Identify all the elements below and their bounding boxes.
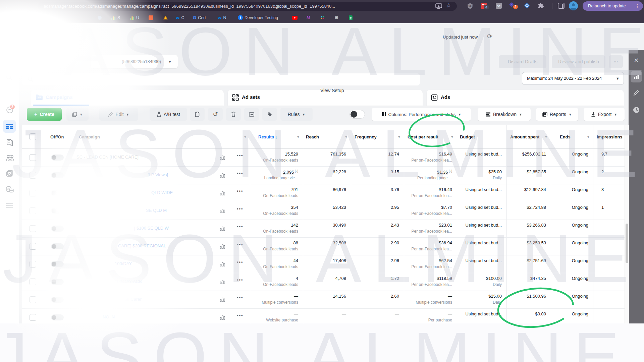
view-charts-icon[interactable]	[220, 208, 225, 215]
export-button[interactable]: Export ▼	[584, 108, 625, 121]
row-checkbox[interactable]	[30, 225, 36, 232]
bookmark-item[interactable]	[349, 12, 353, 23]
campaign-name[interactable]: | $100 SE QLD W	[134, 226, 169, 231]
pages-icon[interactable]	[6, 138, 14, 146]
row-checkbox[interactable]	[30, 190, 36, 196]
campaign-toggle[interactable]	[51, 226, 64, 232]
row-options-button[interactable]: •••	[237, 188, 244, 193]
bookmark-item[interactable]	[5, 12, 10, 23]
search-filter-bar[interactable]	[22, 73, 420, 85]
campaign-name[interactable]: 100/DAY-ACB	[115, 279, 142, 284]
row-options-button[interactable]: •••	[237, 277, 244, 282]
view-charts-icon[interactable]	[220, 297, 225, 304]
campaign-row[interactable]: SC - LEAD GEN [HOME CARE]•••15,529On-Fac…	[22, 149, 629, 167]
insights-chart-button[interactable]	[631, 71, 642, 82]
search-icon[interactable]	[6, 74, 13, 81]
duplicate-button[interactable]: ▼	[66, 108, 89, 121]
campaign-name[interactable]: [LP Views]	[148, 172, 168, 177]
row-checkbox[interactable]	[30, 261, 36, 267]
row-checkbox[interactable]	[30, 172, 36, 179]
campaign-name[interactable]: SE QLD M	[146, 208, 167, 213]
col-results[interactable]: Results ↓▼	[250, 125, 303, 148]
col-reach[interactable]: Reach▼	[303, 125, 351, 148]
breakdown-button[interactable]: Breakdown ▼	[478, 108, 531, 121]
view-charts-icon[interactable]	[220, 226, 225, 233]
view-charts-icon[interactable]	[220, 279, 225, 286]
bookmark-item[interactable]	[320, 12, 325, 23]
view-setup-toggle[interactable]	[350, 110, 365, 119]
vertical-scrollbar[interactable]	[625, 125, 629, 340]
row-options-button[interactable]: •••	[237, 295, 244, 300]
date-range-selector[interactable]: Maximum: 24 May 2022 - 22 Feb 2024 ▼	[522, 72, 624, 85]
relaunch-update-button[interactable]: Relaunch to update ⋮	[583, 1, 643, 11]
bookmark-star-icon[interactable]: ☆	[446, 2, 451, 8]
audiences-icon[interactable]	[6, 154, 14, 162]
row-options-button[interactable]: •••	[237, 153, 244, 158]
back-icon[interactable]: ←	[5, 3, 11, 9]
campaign-row[interactable]: SE QLD M•••354On-Facebook leads53,4232.9…	[22, 202, 629, 220]
review-publish-button[interactable]: Review and publish	[552, 55, 605, 68]
preview-button[interactable]	[244, 108, 259, 121]
row-checkbox[interactable]	[30, 243, 36, 250]
discard-drafts-button[interactable]: Discard Drafts	[499, 55, 546, 68]
row-checkbox[interactable]	[30, 296, 36, 303]
bookmark-item[interactable]: ∞C	[176, 12, 184, 23]
rules-button[interactable]: Rules ▼	[280, 108, 313, 121]
bookmark-item[interactable]	[163, 12, 168, 23]
row-options-button[interactable]: •••	[237, 206, 244, 211]
campaign-toggle[interactable]	[51, 208, 64, 214]
view-charts-icon[interactable]	[220, 155, 225, 162]
row-options-button[interactable]: •••	[237, 259, 244, 264]
row-options-button[interactable]: •••	[237, 224, 244, 229]
campaign-name[interactable]: SC - LEAD GEN [HOME CARE]	[76, 155, 139, 160]
campaign-name[interactable]: 100/DAY	[115, 261, 132, 266]
bookmark-item[interactable]: M	[307, 12, 310, 23]
campaign-row[interactable]: QLD WIDE•••791On-Facebook leads86,9763.7…	[22, 184, 629, 202]
campaign-name[interactable]: NO IN	[103, 314, 115, 319]
campaign-toggle[interactable]	[51, 297, 64, 303]
undo-button[interactable]: ↺	[208, 108, 223, 121]
col-frequency[interactable]: Frequency▼	[351, 125, 404, 148]
vertical-scrollbar-thumb[interactable]	[626, 224, 628, 263]
campaign-row[interactable]: 100/DAY-ACB•••4On-Facebook leads4,7081.7…	[22, 273, 629, 291]
url-bar[interactable]: adsmanager.facebook.com/adsmanager/manag…	[38, 2, 457, 11]
account-selector[interactable]: (596892255184930) ▼	[91, 55, 178, 68]
bookmark-item[interactable]	[292, 12, 298, 23]
results-cell-link[interactable]: 2,095	[283, 170, 294, 175]
columns-button[interactable]: Columns: Performance and clicks ▼	[372, 108, 471, 121]
row-checkbox[interactable]	[30, 279, 36, 285]
nav-item-campaigns[interactable]	[3, 120, 16, 133]
col-budget[interactable]: Budget	[457, 125, 506, 148]
ab-test-button[interactable]: A/B test	[150, 108, 187, 121]
paste-button[interactable]	[190, 108, 205, 121]
row-checkbox[interactable]	[30, 207, 36, 214]
campaign-row[interactable]: Special Carer•••—Multiple conversions14,…	[22, 291, 629, 309]
tag-button[interactable]	[262, 108, 277, 121]
row-options-button[interactable]: •••	[237, 242, 244, 247]
more-options-button[interactable]: ⋯	[609, 55, 623, 68]
meta-logo-icon[interactable]: ∞	[4, 59, 11, 69]
bookmark-item[interactable]: S	[111, 12, 120, 23]
bookmark-item[interactable]: ❋	[335, 12, 338, 23]
select-all-checkbox[interactable]	[30, 133, 36, 140]
col-impressions[interactable]: Impressions	[593, 125, 629, 148]
create-button[interactable]: + Create	[27, 108, 62, 121]
view-charts-icon[interactable]	[220, 243, 225, 250]
campaign-row[interactable]: CARE] $200 REGIONAL•••88On-Facebook lead…	[22, 238, 629, 255]
bookmark-item[interactable]	[97, 12, 102, 23]
delete-button[interactable]	[226, 108, 241, 121]
cast-save-icon[interactable]	[435, 3, 442, 9]
reports-button[interactable]: Reports ▼	[536, 108, 578, 121]
bookmark-item[interactable]: GCert	[193, 12, 206, 23]
campaign-row[interactable]: 100/DAY•••44On-Facebook leads17,4082.96$…	[22, 255, 629, 273]
col-cost-per-result[interactable]: Cost per result▼	[404, 125, 457, 148]
ads-reporting-icon[interactable]	[6, 170, 14, 178]
view-charts-icon[interactable]	[220, 314, 225, 321]
col-campaign[interactable]: Campaign▼	[71, 125, 250, 148]
col-amount-spent[interactable]: Amount spent▼	[506, 125, 551, 148]
row-options-button[interactable]: •••	[237, 171, 244, 176]
row-checkbox[interactable]	[30, 314, 36, 321]
campaign-name[interactable]: QLD WIDE	[151, 190, 173, 195]
col-off-on[interactable]: Off/On	[42, 125, 71, 148]
view-charts-icon[interactable]	[220, 172, 225, 179]
